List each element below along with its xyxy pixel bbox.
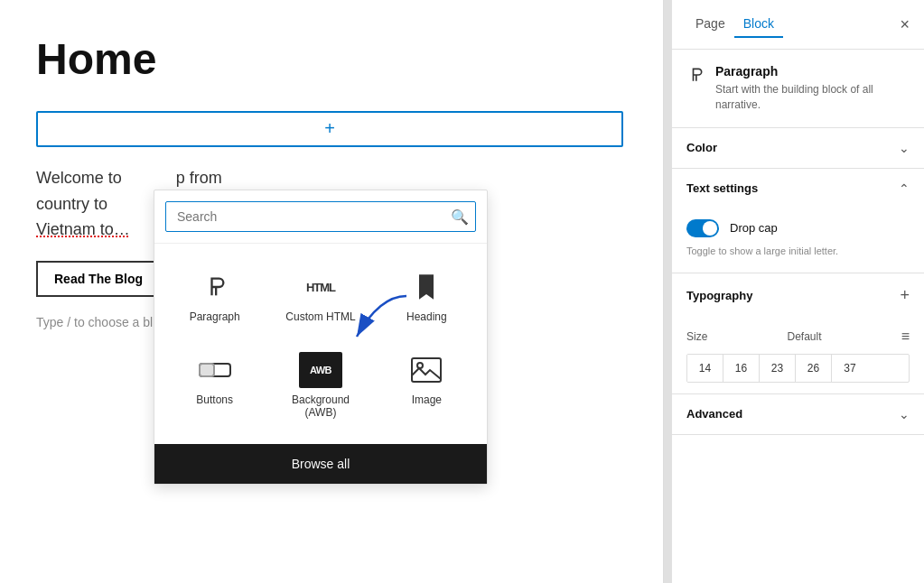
size-btn-26[interactable]: 26: [796, 355, 832, 382]
heading-bookmark-icon: [405, 269, 448, 305]
block-info-description: Start with the building block of all nar…: [715, 82, 910, 113]
size-btn-37[interactable]: 37: [832, 355, 868, 382]
paragraph-icon: [193, 269, 237, 305]
block-info-text: Paragraph Start with the building block …: [715, 64, 910, 113]
block-label-paragraph: Paragraph: [190, 310, 240, 323]
main-content-area: Home + 🔍 Paragraph HTML Cu: [0, 0, 664, 583]
block-item-buttons[interactable]: Buttons: [165, 341, 264, 430]
typography-section-title: Typography: [686, 289, 752, 302]
block-item-background-awb[interactable]: AWB Background(AWB): [271, 341, 369, 430]
paragraph-block-icon: [686, 66, 705, 88]
block-item-paragraph[interactable]: Paragraph: [165, 258, 264, 334]
color-section-title: Color: [686, 141, 717, 154]
block-search-container: 🔍: [154, 190, 487, 244]
text-settings-section-title: Text settings: [686, 181, 758, 195]
browse-all-button[interactable]: Browse all: [154, 444, 487, 484]
block-item-heading[interactable]: Heading: [378, 258, 476, 334]
section-advanced: Advanced ⌄: [672, 394, 924, 435]
section-text-settings: Text settings ⌃ Drop cap Toggle to show …: [672, 169, 924, 273]
size-buttons: 14 16 23 26 37: [686, 354, 910, 383]
close-button[interactable]: ×: [900, 15, 910, 34]
size-btn-23[interactable]: 23: [760, 355, 796, 382]
block-grid: Paragraph HTML Custom HTML Heading: [154, 244, 487, 444]
advanced-section-header[interactable]: Advanced ⌄: [672, 394, 924, 434]
buttons-icon: [193, 352, 237, 388]
block-info: Paragraph Start with the building block …: [672, 50, 924, 128]
add-block-button[interactable]: +: [36, 111, 623, 147]
advanced-section-title: Advanced: [686, 407, 742, 421]
text-settings-content: Drop cap Toggle to show a large initial …: [672, 208, 924, 273]
size-row: Size Default ≡: [686, 329, 910, 345]
advanced-chevron-icon: ⌄: [899, 407, 910, 421]
read-blog-button[interactable]: Read The Blog: [36, 261, 161, 297]
block-item-image[interactable]: Image: [378, 341, 476, 430]
size-label: Size: [686, 330, 707, 343]
panel-header: Page Block ×: [672, 0, 924, 50]
text-settings-section-header[interactable]: Text settings ⌃: [672, 169, 924, 208]
drop-cap-row: Drop cap: [686, 219, 910, 237]
svg-point-5: [417, 363, 423, 368]
drop-cap-toggle[interactable]: [686, 219, 719, 237]
text-settings-chevron-icon: ⌃: [899, 181, 910, 196]
block-label-image: Image: [412, 393, 442, 406]
section-color: Color ⌄: [672, 128, 924, 169]
html-icon: HTML: [299, 269, 342, 305]
block-label-buttons: Buttons: [196, 393, 233, 406]
typography-plus-button[interactable]: +: [900, 286, 910, 305]
block-info-title: Paragraph: [715, 64, 910, 79]
block-label-custom-html: Custom HTML: [285, 310, 355, 323]
right-panel: Page Block × Paragraph Start with the bu…: [671, 0, 924, 583]
block-search-input[interactable]: [165, 201, 476, 232]
block-label-heading: Heading: [406, 310, 447, 323]
size-default-label: Default: [787, 330, 821, 343]
drop-cap-label: Drop cap: [730, 221, 778, 235]
typography-section-header[interactable]: Typography +: [672, 273, 924, 318]
drop-cap-hint: Toggle to show a large initial letter.: [686, 245, 910, 258]
size-controls-icon[interactable]: ≡: [901, 329, 910, 345]
size-btn-16[interactable]: 16: [723, 355, 760, 382]
color-chevron-icon: ⌄: [899, 141, 910, 155]
section-typography: Typography + Size Default ≡ 14 16 23 26 …: [672, 273, 924, 394]
typography-content: Size Default ≡ 14 16 23 26 37: [672, 318, 924, 393]
search-icon: 🔍: [451, 208, 469, 226]
color-section-header[interactable]: Color ⌄: [672, 128, 924, 168]
tab-block[interactable]: Block: [734, 11, 783, 38]
tab-page[interactable]: Page: [686, 11, 734, 38]
size-btn-14[interactable]: 14: [687, 355, 723, 382]
block-label-background-awb: Background(AWB): [292, 393, 350, 419]
block-item-custom-html[interactable]: HTML Custom HTML: [271, 258, 369, 334]
awb-icon: AWB: [299, 352, 342, 388]
block-picker-popup: 🔍 Paragraph HTML Custom HTML: [154, 190, 488, 485]
page-title: Home: [36, 36, 627, 84]
svg-rect-2: [200, 364, 214, 376]
sidebar-divider: [664, 0, 671, 583]
plus-icon: +: [324, 118, 335, 139]
image-icon: [405, 352, 448, 388]
